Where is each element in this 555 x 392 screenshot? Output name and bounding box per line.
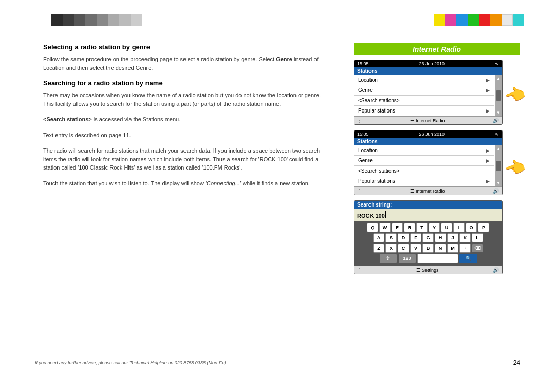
color-bar-right: [434, 14, 524, 26]
screen1-item-search[interactable]: <Search stations>: [354, 96, 494, 106]
screen1-status-bar: 15:05 26 Jun 2010 ∿: [354, 60, 502, 67]
screen1-bottom-bar: ⋮ ☰ Internet Radio 🔊: [354, 116, 502, 124]
key-y[interactable]: Y: [429, 223, 440, 232]
key-u[interactable]: U: [441, 223, 452, 232]
screen2-menu: Location ▶ Genre ▶ <Search stations> Pop…: [354, 145, 502, 186]
screen1-scroll-up[interactable]: ▲: [496, 76, 501, 81]
screen2-speaker-icon: 🔊: [493, 188, 499, 194]
key-w[interactable]: W: [379, 223, 391, 232]
screen3-container: Search string: ROCK 100 Q W E R T Y U: [354, 200, 520, 274]
key-c[interactable]: C: [398, 244, 409, 253]
key-g[interactable]: G: [422, 233, 434, 242]
screen2-item-location[interactable]: Location ▶: [354, 145, 494, 156]
page-content: Selecting a radio station by genre Follo…: [35, 35, 520, 371]
key-q[interactable]: Q: [367, 223, 378, 232]
key-i[interactable]: I: [453, 223, 465, 232]
screen2-item-search[interactable]: <Search stations>: [354, 166, 494, 176]
keyboard: Q W E R T Y U I O P A S: [354, 221, 502, 266]
screen1-item-popular[interactable]: Popular stations ▶: [354, 106, 494, 116]
screen1-item-popular-label: Popular stations: [358, 108, 395, 114]
keyboard-screen: Search string: ROCK 100 Q W E R T Y U: [354, 200, 503, 274]
wifi-icon-2: ∿: [495, 132, 499, 137]
hand-pointer-2: 👈: [502, 155, 528, 180]
key-z[interactable]: Z: [373, 244, 384, 253]
key-o[interactable]: O: [466, 223, 477, 232]
keyboard-row-2: A S D F G H J K L: [356, 233, 501, 242]
search-bar-label: Search string:: [357, 202, 392, 208]
key-n[interactable]: N: [435, 244, 446, 253]
search-input-display[interactable]: ROCK 100: [354, 209, 502, 221]
cursor: [385, 211, 386, 218]
keyboard-row-1: Q W E R T Y U I O P: [356, 223, 501, 232]
key-t[interactable]: T: [416, 223, 428, 232]
key-123[interactable]: 123: [398, 254, 416, 263]
key-v[interactable]: V: [410, 244, 421, 253]
helpline-text: If you need any further advice, please c…: [35, 360, 226, 365]
key-k[interactable]: K: [459, 233, 471, 242]
screen2-scrollbar[interactable]: ▲ ▼: [495, 145, 502, 186]
hand-pointer-1: 👈: [502, 82, 528, 107]
screen2-status-bar: 15:05 26 Jun 2010 ∿: [354, 130, 502, 138]
section2-italic: 'Connecting...': [206, 180, 241, 186]
screen1-item-search-label: <Search stations>: [358, 98, 400, 103]
key-f[interactable]: F: [410, 233, 421, 242]
key-search[interactable]: 🔍: [459, 254, 477, 263]
search-string-bar: Search string:: [354, 201, 502, 209]
screen1-menu: Location ▶ Genre ▶ <Search stations> Pop…: [354, 75, 502, 116]
screen2-date: 26 Jun 2010: [419, 132, 445, 137]
search-value: ROCK 100: [357, 213, 385, 219]
key-l[interactable]: L: [472, 233, 483, 242]
section1-heading: Selecting a radio station by genre: [43, 43, 332, 51]
screen1-popular-arrow: ▶: [486, 108, 490, 114]
device-screen-2: 15:05 26 Jun 2010 ∿ Stations Location ▶ …: [354, 130, 503, 195]
wifi-icon-1: ∿: [495, 61, 499, 66]
key-e[interactable]: E: [392, 223, 403, 232]
section2-text4: Text entry is described on page 11.: [43, 131, 332, 140]
key-s[interactable]: S: [385, 233, 397, 242]
screen1-item-genre[interactable]: Genre ▶: [354, 85, 494, 96]
section2-bold: <Search stations>: [43, 116, 92, 122]
section2-heading: Searching for a radio station by name: [43, 79, 332, 87]
key-m[interactable]: M: [447, 244, 458, 253]
key-h[interactable]: H: [435, 233, 446, 242]
key-r[interactable]: R: [404, 223, 415, 232]
key-j[interactable]: J: [447, 233, 458, 242]
screen2-scroll-up[interactable]: ▲: [496, 146, 501, 151]
key-b[interactable]: B: [422, 244, 434, 253]
screen1-scroll-down[interactable]: ▼: [496, 110, 501, 115]
screen3-bottom-label: ☰ Settings: [364, 268, 491, 273]
screen1-item-location[interactable]: Location ▶: [354, 75, 494, 85]
screen2-bottom-bar: ⋮ ☰ Internet Radio 🔊: [354, 186, 502, 195]
ir-title: Internet Radio: [413, 45, 461, 53]
key-x[interactable]: X: [385, 244, 397, 253]
screen1-location-arrow: ▶: [486, 78, 490, 83]
screen1-time: 15:05: [357, 61, 369, 66]
color-bar-left: [51, 14, 142, 26]
key-space[interactable]: [417, 254, 458, 263]
key-backspace[interactable]: ⌫: [472, 244, 483, 253]
keyboard-row-4: ⇧ 123 🔍: [356, 254, 501, 263]
screen2-time: 15:05: [357, 132, 369, 137]
section2-text6: Touch the station that you wish to liste…: [43, 179, 332, 188]
screen1-item-genre-label: Genre: [358, 87, 373, 93]
screen1-genre-arrow: ▶: [486, 88, 490, 93]
screen1-scroll-thumb: [496, 90, 501, 101]
section1-bold: Genre: [276, 56, 292, 62]
key-shift[interactable]: ⇧: [379, 254, 397, 263]
screen2-genre-arrow: ▶: [486, 158, 490, 163]
screen2-scroll-down[interactable]: ▼: [496, 181, 501, 185]
screen1-scrollbar[interactable]: ▲ ▼: [495, 75, 502, 116]
screen2-location-arrow: ▶: [486, 148, 490, 153]
key-dot[interactable]: ·: [459, 244, 471, 253]
key-d[interactable]: D: [398, 233, 409, 242]
screen2-bottom-label: ☰ Internet Radio: [364, 189, 491, 194]
key-p[interactable]: P: [478, 223, 489, 232]
key-a[interactable]: A: [373, 233, 384, 242]
screen1-title: Stations: [354, 67, 502, 75]
screen3-speaker-icon: 🔊: [493, 267, 499, 273]
screen1-speaker-icon: 🔊: [493, 118, 499, 123]
screen2-item-popular[interactable]: Popular stations ▶: [354, 176, 494, 186]
screen2-item-genre[interactable]: Genre ▶: [354, 156, 494, 166]
page-number: 24: [513, 359, 520, 366]
right-column: Internet Radio 15:05 26 Jun 2010 ∿ Stati…: [345, 35, 520, 371]
